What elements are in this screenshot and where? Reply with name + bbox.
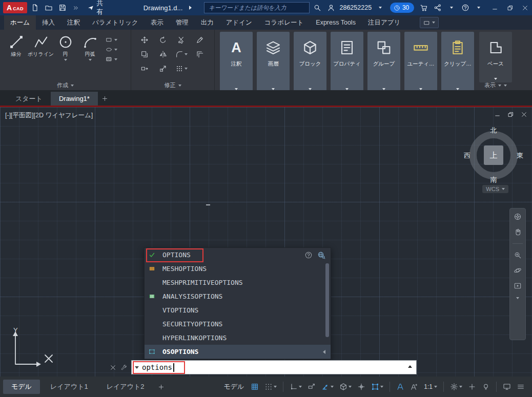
document-title[interactable]: Drawing1.d... [144, 4, 183, 12]
window-minimize-button[interactable] [488, 0, 502, 15]
layout-tab-layout2[interactable]: レイアウト2 [98, 380, 153, 394]
annotation-monitor-icon[interactable] [466, 380, 478, 393]
ribbon-tab-home[interactable]: ホーム [4, 15, 36, 30]
ribbon-collapse-icon[interactable] [504, 85, 507, 87]
connect-share-icon[interactable] [432, 1, 444, 14]
polyline-tool[interactable]: ポリライン [29, 32, 53, 62]
viewport-minimize-icon[interactable] [493, 110, 501, 118]
user-icon[interactable] [325, 1, 337, 14]
block-panel-button[interactable]: ブロック [294, 32, 326, 93]
window-restore-button[interactable] [503, 0, 517, 15]
file-tab-start[interactable]: スタート [7, 92, 51, 106]
collapse-left-icon[interactable] [323, 350, 325, 354]
ribbon-tab-collaborate[interactable]: コラボレート [258, 15, 310, 30]
dynamic-input-icon[interactable] [305, 380, 318, 393]
inference-icon[interactable] [288, 380, 304, 393]
autocomplete-item-osoptions[interactable]: OSOPTIONS [145, 345, 331, 359]
ribbon-tab-view[interactable]: 表示 [145, 15, 170, 30]
viewport-close-icon[interactable] [520, 110, 528, 118]
command-history-up-icon[interactable] [408, 365, 412, 368]
snap-toggle-icon[interactable] [262, 380, 279, 393]
move-tool[interactable] [135, 33, 154, 47]
search-icon[interactable] [311, 1, 323, 14]
line-tool[interactable]: 線分 [4, 32, 28, 62]
ribbon-tab-insert[interactable]: 挿入 [36, 15, 61, 30]
popup-scrollbar[interactable] [325, 263, 329, 337]
arc-tool[interactable]: 円弧 [78, 32, 102, 62]
layers-panel-button[interactable]: 画層 [257, 32, 290, 93]
annotation-panel-button[interactable]: A 注釈 [220, 32, 253, 93]
command-help-icon[interactable] [304, 251, 313, 259]
autocomplete-item-vtoptions[interactable]: VTOPTIONS [145, 303, 331, 317]
modify-panel-label[interactable]: 修正 [131, 81, 214, 89]
viewcube-west[interactable]: 西 [464, 151, 470, 160]
graphics-performance-icon[interactable] [501, 380, 513, 393]
new-layout-button[interactable] [154, 380, 168, 393]
isodraft-icon[interactable] [337, 380, 354, 393]
view-panel-label[interactable]: 表示 [477, 81, 514, 89]
rectangle-tool[interactable] [106, 36, 117, 43]
stretch-tool[interactable] [135, 61, 154, 76]
ellipse-tool[interactable] [106, 46, 117, 53]
base-view-button[interactable]: ベース [479, 32, 512, 82]
help-dropdown-icon[interactable] [473, 1, 485, 14]
clipboard-panel-button[interactable]: クリップ… [441, 32, 474, 93]
autocomplete-item-analysisoptions[interactable]: ANALYSISOPTIONS [145, 289, 331, 303]
properties-panel-button[interactable]: プロパティ [331, 32, 363, 93]
search-input[interactable] [204, 2, 310, 13]
circle-dropdown-icon[interactable] [64, 59, 67, 61]
scale-tool[interactable] [154, 61, 172, 76]
osnap-tracking-icon[interactable] [355, 380, 367, 393]
orbit-icon[interactable] [514, 266, 522, 275]
annotation-autoscale-icon[interactable] [408, 380, 420, 393]
hatch-tool[interactable] [106, 56, 117, 62]
viewcube-east[interactable]: 東 [517, 151, 523, 160]
title-arrow-icon[interactable] [184, 1, 196, 14]
autocomplete-item-meshprimitiveoptions[interactable]: MESHPRIMITIVEOPTIONS [145, 276, 331, 289]
rotate-tool[interactable] [154, 33, 172, 47]
file-tab-drawing1[interactable]: Drawing1* [51, 92, 98, 106]
polar-tracking-icon[interactable] [319, 380, 336, 393]
mirror-tool[interactable] [154, 47, 172, 61]
trial-badge[interactable]: 30 [390, 3, 414, 13]
internet-search-icon[interactable] [317, 251, 325, 259]
utilities-panel-button[interactable]: ユーティ… [404, 32, 437, 93]
pan-hand-icon[interactable] [514, 228, 522, 236]
autocomplete-item-securityoptions[interactable]: SECURITYOPTIONS [145, 317, 331, 331]
workspace-gear-icon[interactable] [448, 380, 464, 393]
viewcube-top-face[interactable]: 上 [484, 145, 503, 165]
autocomplete-item-meshoptions[interactable]: MESHOPTIONS [145, 262, 331, 276]
help-icon[interactable] [459, 1, 472, 14]
explode-tool[interactable] [191, 47, 209, 61]
ribbon-tab-manage[interactable]: 管理 [170, 15, 195, 30]
open-folder-icon[interactable] [43, 1, 55, 14]
command-customize-icon[interactable] [120, 364, 127, 371]
viewcube-south[interactable]: 南 [463, 175, 524, 184]
fillet-tool[interactable] [172, 47, 191, 61]
command-close-icon[interactable] [110, 364, 116, 371]
autocomplete-item-options[interactable]: OPTIONS [145, 248, 331, 262]
viewport-controls-label[interactable]: [-][平面図][2D ワイヤフレーム] [5, 111, 93, 120]
more-commands-icon[interactable] [70, 1, 83, 14]
viewcube-north[interactable]: 北 [463, 126, 524, 135]
copy-tool[interactable] [135, 47, 154, 61]
command-input[interactable]: options [131, 360, 417, 374]
draw-panel-label[interactable]: 作成 [0, 81, 131, 89]
object-snap-icon[interactable] [369, 380, 385, 393]
account-id[interactable]: 286252225 [340, 4, 372, 11]
circle-tool[interactable]: 円 [53, 32, 77, 62]
autocomplete-item-hyperlinkoptions[interactable]: HYPERLINKOPTIONS [145, 331, 331, 345]
connect-dropdown-icon[interactable] [445, 1, 458, 14]
annotation-scale-control[interactable]: 1:1 [422, 383, 439, 390]
window-close-button[interactable] [518, 0, 532, 15]
ribbon-display-toggle[interactable] [420, 17, 439, 28]
groups-panel-button[interactable]: グループ [367, 32, 400, 93]
save-icon[interactable] [56, 1, 69, 14]
navigation-wheel-icon[interactable] [514, 213, 522, 221]
customization-menu-icon[interactable] [515, 380, 527, 393]
wcs-selector[interactable]: WCS [482, 185, 508, 193]
navbar-dropdown-icon[interactable] [516, 297, 519, 299]
annotation-visibility-icon[interactable] [394, 380, 406, 393]
layout-tab-layout1[interactable]: レイアウト1 [42, 380, 96, 394]
ribbon-tab-featured-apps[interactable]: 注目アプリ [362, 15, 406, 30]
